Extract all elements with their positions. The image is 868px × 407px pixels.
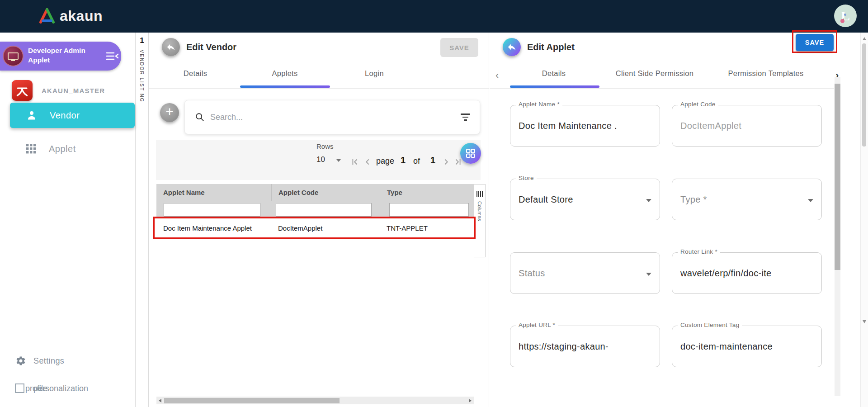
- scroll-right-arrow[interactable]: [469, 399, 472, 402]
- type-select[interactable]: Type *: [672, 179, 822, 220]
- menu-collapse-icon[interactable]: [106, 52, 118, 61]
- search-input[interactable]: Search...: [210, 113, 455, 122]
- tabs-scroll-left-icon[interactable]: ‹: [495, 71, 499, 80]
- filter-icon[interactable]: [461, 114, 470, 121]
- filter-input-applet-code[interactable]: [276, 203, 372, 217]
- window-grid-icon: [465, 148, 476, 159]
- sidebar-divider: [120, 33, 120, 407]
- rows-per-page-select[interactable]: 10: [316, 154, 344, 168]
- column-header-applet-name[interactable]: Applet Name: [156, 184, 271, 201]
- columns-icon: [476, 191, 483, 197]
- select-underline: [316, 168, 344, 168]
- scroll-down-arrow[interactable]: [863, 320, 866, 323]
- filter-input-applet-name[interactable]: [164, 203, 260, 217]
- scrollbar-thumb[interactable]: [862, 43, 866, 147]
- next-page-icon[interactable]: [441, 157, 451, 167]
- column-header-applet-code[interactable]: Applet Code: [271, 184, 380, 201]
- tab-details[interactable]: Details: [520, 69, 588, 78]
- form-scrollbar[interactable]: [835, 77, 840, 396]
- filter-input-type[interactable]: [389, 203, 469, 217]
- tab-applets[interactable]: Applets: [249, 69, 321, 78]
- field-value: wavelet/erp/fin/doc-ite: [680, 268, 771, 279]
- applet-url-field[interactable]: Applet URL * https://staging-akaun-: [510, 326, 660, 367]
- save-button-disabled[interactable]: SAVE: [440, 38, 478, 57]
- scroll-up-arrow[interactable]: [863, 37, 866, 40]
- avatar-flower-decoration: [840, 19, 844, 23]
- vendor-listing-strip[interactable]: 1 VENDOR LISTING: [135, 33, 149, 407]
- logo-text: akaun: [60, 8, 103, 24]
- field-label: Applet Code: [678, 101, 718, 108]
- back-arrow-icon: [166, 42, 176, 52]
- grid-icon: [26, 144, 36, 154]
- field-placeholder-label: Status: [519, 268, 545, 279]
- table-header-row: Applet Name Applet Code Type: [156, 184, 474, 201]
- previous-page-icon[interactable]: [363, 157, 373, 167]
- field-label: Router Link *: [678, 248, 720, 255]
- column-header-type[interactable]: Type: [380, 184, 474, 201]
- search-box[interactable]: Search...: [184, 100, 480, 134]
- chevron-down-icon: [646, 273, 651, 276]
- field-label: Applet Name *: [516, 101, 562, 108]
- sidebar-item-label: Vendor: [50, 110, 80, 121]
- top-bar: akaun L: [0, 0, 868, 33]
- applet-code-field[interactable]: Applet Code DocItemApplet: [672, 105, 822, 147]
- monitor-icon: [3, 46, 24, 66]
- panel-title: Edit Vendor: [186, 42, 236, 52]
- tab-permission-templates[interactable]: Permission Templates: [708, 69, 824, 78]
- tab-details[interactable]: Details: [159, 69, 231, 78]
- field-value: doc-item-maintenance: [680, 341, 773, 352]
- personalization-label: personalization: [33, 384, 88, 393]
- sidebar-item-vendor[interactable]: Vendor: [10, 103, 135, 128]
- scroll-left-arrow[interactable]: [159, 399, 161, 402]
- field-label: Custom Element Tag: [678, 322, 742, 328]
- sidebar-item-personalization[interactable]: profile personalization: [0, 383, 120, 397]
- sidebar-app-title: Developer Admin Applet: [28, 46, 99, 65]
- store-select[interactable]: Store Default Store: [510, 179, 660, 220]
- sidebar-item-settings[interactable]: Settings: [0, 352, 120, 370]
- sidebar-item-applet[interactable]: Applet: [0, 138, 120, 159]
- table-filter-row: [156, 201, 474, 218]
- scrollbar-thumb[interactable]: [164, 398, 340, 403]
- field-value: https://staging-akaun-: [519, 341, 609, 352]
- router-link-field[interactable]: Router Link * wavelet/erp/fin/doc-ite: [672, 252, 822, 294]
- add-button[interactable]: +: [160, 103, 179, 122]
- scrollbar-thumb[interactable]: [835, 84, 840, 270]
- akaun-logo: akaun: [38, 7, 103, 25]
- first-page-icon[interactable]: [350, 157, 360, 167]
- page-scrollbar[interactable]: [860, 33, 868, 407]
- active-tab-indicator: [240, 85, 330, 88]
- chevron-down-icon: [646, 199, 651, 202]
- strip-index: 1: [136, 36, 148, 45]
- tabs-divider: [490, 88, 834, 89]
- chevron-down-icon: [336, 159, 341, 162]
- horizontal-scrollbar[interactable]: [156, 397, 474, 404]
- back-button[interactable]: [503, 38, 521, 56]
- sidebar-app-header[interactable]: Developer Admin Applet: [0, 42, 121, 71]
- tabs-divider: [149, 88, 489, 89]
- active-tab-indicator: [510, 85, 599, 88]
- tab-client-side-permission[interactable]: Client Side Permission: [599, 69, 710, 78]
- sidebar-item-label: Settings: [33, 356, 64, 366]
- status-select[interactable]: Status: [510, 252, 660, 294]
- akaun-master-icon: [12, 80, 33, 101]
- columns-label: Columns: [477, 201, 482, 221]
- person-icon: [26, 110, 37, 121]
- total-pages-number: 1: [430, 155, 435, 166]
- strip-label: VENDOR LISTING: [139, 50, 145, 103]
- applet-name-field[interactable]: Applet Name * Doc Item Maintenance .: [510, 105, 660, 147]
- page-word: page: [376, 156, 394, 166]
- user-avatar[interactable]: L: [834, 5, 857, 27]
- field-label: Applet URL *: [516, 322, 558, 328]
- panel-title: Edit Applet: [527, 42, 575, 52]
- sidebar-item-label: AKAUN_MASTER: [42, 87, 105, 95]
- view-toggle-button[interactable]: [460, 143, 481, 164]
- sidebar-item-akaun-master[interactable]: AKAUN_MASTER: [0, 80, 120, 102]
- custom-element-tag-field[interactable]: Custom Element Tag doc-item-maintenance: [672, 326, 822, 367]
- profile-checkbox[interactable]: [15, 383, 24, 393]
- tab-login[interactable]: Login: [338, 69, 410, 78]
- field-value: Default Store: [519, 194, 573, 205]
- back-button[interactable]: [162, 38, 180, 56]
- save-button[interactable]: SAVE: [796, 34, 834, 51]
- rows-value: 10: [316, 155, 325, 164]
- of-word: of: [413, 156, 420, 166]
